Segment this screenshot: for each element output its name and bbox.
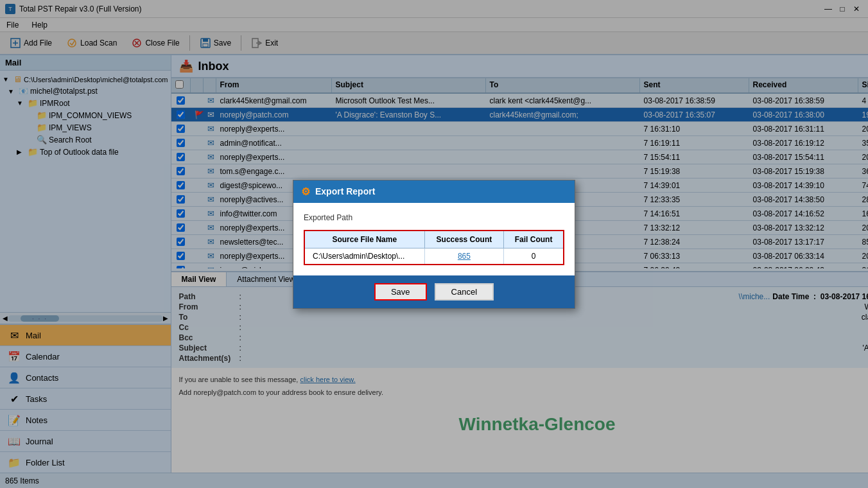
fail-count: 0	[504, 248, 564, 265]
modal-cancel-button[interactable]: Cancel	[435, 283, 494, 301]
modal-header: ⚙ Export Report	[293, 180, 575, 203]
table-col-source: Source File Name	[304, 231, 424, 248]
source-file: C:\Users\admin\Desktop\...	[304, 248, 424, 265]
modal-save-button[interactable]: Save	[374, 283, 427, 301]
exported-path-row: Exported Path	[304, 213, 564, 222]
table-col-success: Success Count	[424, 231, 504, 248]
success-link[interactable]: 865	[458, 252, 471, 261]
exported-path-label: Exported Path	[304, 213, 352, 222]
table-col-fail: Fail Count	[504, 231, 564, 248]
modal-body: Exported Path Source File Name Success C…	[293, 203, 575, 275]
export-table: Source File Name Success Count Fail Coun…	[304, 230, 564, 265]
export-report-modal: ⚙ Export Report Exported Path Source Fil…	[293, 180, 575, 309]
modal-title: Export Report	[315, 186, 375, 196]
modal-header-icon: ⚙	[301, 186, 310, 198]
table-row: C:\Users\admin\Desktop\... 865 0	[304, 248, 564, 265]
modal-footer: Save Cancel	[293, 275, 575, 308]
success-count[interactable]: 865	[424, 248, 504, 265]
modal-overlay: ⚙ Export Report Exported Path Source Fil…	[0, 0, 868, 488]
